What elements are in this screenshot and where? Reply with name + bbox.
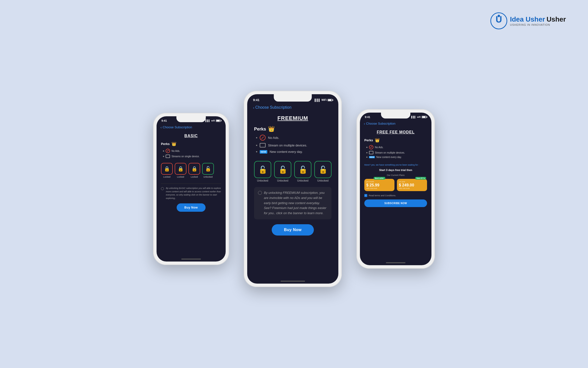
save-badge-yearly: Save 57 % <box>415 177 426 180</box>
plan-title-center: FREEMIUM <box>254 115 331 121</box>
new-icon-r: NEW <box>369 156 375 158</box>
description-center: By unlocking FREEMIUM subscription, you … <box>254 187 331 219</box>
lock-item-c4: 🔓 Unlocked <box>314 161 331 182</box>
screen-content-center: FREEMIUM Perks 👑 No Ads. Stream on multi… <box>247 112 338 279</box>
perk-text-new-r: New content every day. <box>376 156 402 158</box>
checkbox-icon[interactable]: ✓ <box>364 194 367 197</box>
plan-card-monthly[interactable]: Best seller per month $ 25.99 after tria… <box>364 179 394 191</box>
plan-price-yearly: $ 249.00 <box>399 183 425 187</box>
lock-box-c2: 🔓 <box>274 161 291 178</box>
phones-container: 9:41 ▌▌▌ wifi ‹ Choose Subscription BASI… <box>153 91 435 287</box>
perk-device-right: Stream on multiple devices. <box>366 151 427 154</box>
device-icon-c <box>260 143 266 147</box>
new-icon-c: NEW <box>260 150 267 154</box>
nav-back-left[interactable]: ‹ Choose Subscription <box>160 125 192 129</box>
logo-idea: Idea Usher <box>510 15 545 23</box>
lock-label-c4: Unlocked <box>317 179 329 182</box>
perk-text-no-ads: No Ads. <box>172 150 180 152</box>
wifi-icon-c: WiFi <box>321 99 327 101</box>
wifi-icon-r: wifi <box>417 116 421 118</box>
radio-circle-left <box>161 187 164 190</box>
nav-back-label-center: Choose Subscription <box>255 105 292 110</box>
buy-now-btn-center[interactable]: Buy Now <box>272 224 314 236</box>
plan-price-monthly: $ 25.99 <box>366 183 392 187</box>
time-right: 9:41 <box>365 116 370 118</box>
desc-text-center: By unlocking FREEMIUM subscription, you … <box>264 190 328 216</box>
lock-icon-4: 🔓 <box>205 166 211 172</box>
logo-area: U Idea Usher Usher USHERING IN INNOVATIO… <box>490 12 566 29</box>
time-left: 9:41 <box>161 119 167 122</box>
lock-item-c3: 🔓 Unlocked <box>294 161 311 182</box>
perk-no-ads-left: No Ads. <box>163 149 221 153</box>
notch-left <box>176 116 206 122</box>
nav-back-label-right: Choose Subscription <box>366 122 395 125</box>
perk-text-device-r: Stream on multiple devices. <box>375 151 405 154</box>
plan-card-yearly[interactable]: Save 57 % per year $ 249.00 after trial … <box>397 179 427 191</box>
lock-label-4: Unlocked <box>203 176 213 178</box>
plan-title-left: BASIC <box>161 134 221 138</box>
perk-text-device: Streams on single device. <box>172 155 200 158</box>
nav-back-right[interactable]: ‹ Choose Subscription <box>364 121 395 126</box>
phone-basic: 9:41 ▌▌▌ wifi ‹ Choose Subscription BASI… <box>153 113 229 265</box>
perk-bullet-c1 <box>256 137 257 138</box>
status-icons-left: ▌▌▌ wifi <box>206 119 221 122</box>
perk-text-device-c: Stream on multiple devices. <box>268 144 307 147</box>
plans-label-right: Our Current Plans <box>364 174 427 176</box>
nav-bar-left: ‹ Choose Subscription <box>157 123 226 131</box>
lock-grid-center: 🔓 Unlocked 🔓 Unlocked 🔓 <box>254 161 331 182</box>
perks-header-right: Perks 👑 <box>364 138 427 143</box>
lock-icon-2: 🔒 <box>178 166 184 172</box>
no-ads-icon <box>166 149 170 153</box>
nav-bar-center: ‹ Choose Subscription <box>247 103 338 112</box>
logo-text: Idea Usher Usher USHERING IN INNOVATION <box>510 15 566 26</box>
subscribe-btn[interactable]: SUBSCRIBE NOW <box>364 199 427 207</box>
back-chevron-center: ‹ <box>253 105 254 110</box>
plan-badge-monthly: Best seller <box>374 177 385 180</box>
checkbox-check: ✓ <box>365 194 367 197</box>
logo-usher: Usher <box>547 15 566 23</box>
logo-icon: U <box>490 12 507 29</box>
logo-tagline: USHERING IN INNOVATION <box>510 23 566 26</box>
lock-label-c2: Unlocked <box>277 179 288 182</box>
buy-now-btn-left[interactable]: Buy Now <box>177 203 206 212</box>
perk-no-ads-center: No Ads. <box>256 135 331 141</box>
time-center: 9:41 <box>253 98 259 102</box>
battery-icon-r <box>422 116 427 118</box>
notch-center <box>274 94 312 102</box>
signal-icon-c: ▌▌▌ <box>315 99 320 102</box>
notch-right <box>381 113 410 118</box>
perk-bullet-r1 <box>366 147 368 148</box>
perk-device-left: Streams on single device. <box>163 155 221 158</box>
perk-bullet <box>163 156 164 157</box>
device-icon <box>166 155 170 158</box>
wifi-icon: wifi <box>211 119 215 122</box>
lock-icon-3: 🔒 <box>191 166 197 172</box>
plan-period-monthly: per month <box>366 181 392 183</box>
terms-text: Read terms and Conditions. <box>369 194 396 197</box>
perk-bullet-r2 <box>366 152 368 153</box>
back-chevron-right: ‹ <box>364 121 365 126</box>
lock-box-2: 🔒 <box>175 163 186 175</box>
perks-label-right: Perks <box>364 138 373 142</box>
lock-icon-c1: 🔓 <box>258 165 267 174</box>
promo-text-right: More? yes, we have something you've been… <box>364 163 427 167</box>
phone-freemium: 9:41 ▌▌▌ WiFi ‹ Choose Subscription FREE… <box>244 91 342 287</box>
crown-icon-left: 👑 <box>172 142 176 146</box>
lock-item-c2: 🔓 Unlocked <box>274 161 291 182</box>
lock-item-2: 🔒 Locked <box>175 163 186 178</box>
crown-icon-center: 👑 <box>268 126 275 132</box>
plan-after-yearly: after trial ends <box>399 187 425 189</box>
lock-item-1: 🔒 Locked <box>161 163 173 178</box>
lock-box-c3: 🔓 <box>294 161 311 178</box>
phone-free-fee-inner: 9:41 ▌▌▌ wifi ‹ Choose Subscription FREE… <box>360 113 431 265</box>
lock-label-c1: Unlocked <box>257 179 268 182</box>
nav-back-center[interactable]: ‹ Choose Subscription <box>253 105 292 110</box>
home-indicator-center <box>247 279 338 284</box>
perk-bullet-c3 <box>256 151 257 152</box>
perk-new-right: NEW New content every day. <box>366 156 427 158</box>
lock-box-4: 🔓 <box>202 163 214 175</box>
perk-text-new-c: New content every day. <box>270 150 303 154</box>
radio-circle-center <box>258 191 262 195</box>
lock-icon-c3: 🔓 <box>298 165 307 174</box>
perk-device-center: Stream on multiple devices. <box>256 143 331 147</box>
